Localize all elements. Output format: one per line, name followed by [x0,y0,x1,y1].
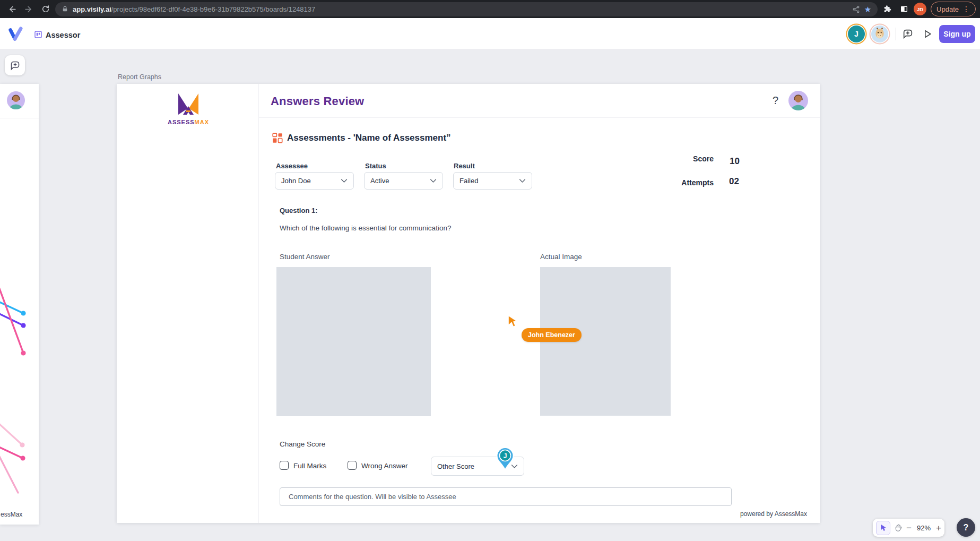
side-panel-icon[interactable] [897,2,912,16]
brand-secondary: MAX [195,119,209,125]
url-text: app.visily.ai/projects/98edf6f2-df0f-4e3… [73,5,848,13]
chevron-down-icon [341,178,348,183]
hand-tool-icon[interactable] [894,523,903,532]
status-select[interactable]: Active [364,172,443,190]
add-comment-icon[interactable] [902,28,914,40]
comment-pin[interactable]: J [495,446,516,471]
collaborator-cursor-icon [507,314,519,328]
reload-icon [41,5,50,13]
left-frame-chart [0,84,39,525]
design-canvas[interactable]: essMax Report Graphs ASSESSMAX Answers R… [0,50,980,541]
powered-by-footer: powered by AssessMax [740,510,807,518]
share-icon[interactable] [852,5,860,13]
assessmax-logo: ASSESSMAX [161,90,216,125]
chevron-down-icon [430,178,437,183]
student-answer-label: Student Answer [280,253,330,261]
active-user-avatar[interactable]: J [848,25,865,42]
header-user-avatar[interactable] [788,91,808,110]
zoom-level[interactable]: 92% [915,524,932,532]
question-label: Question 1: [280,207,318,214]
status-value: Active [370,177,389,185]
left-partial-frame[interactable]: essMax [0,84,39,525]
collaborator-avatar-giraffe[interactable] [871,25,888,42]
attempts-label: Attempts [671,178,714,187]
other-score-value: Other Score [437,462,474,470]
url-bar[interactable]: app.visily.ai/projects/98edf6f2-df0f-4e3… [55,2,878,16]
assessee-value: John Doe [281,177,311,185]
forward-button[interactable] [21,2,36,16]
comment-plus-icon [10,60,21,71]
cursor-name-text: John Ebenezer [528,331,575,339]
back-icon [7,5,16,14]
board-icon [34,30,42,39]
bookmark-star-icon[interactable]: ★ [864,5,871,13]
frame-label[interactable]: Report Graphs [118,73,161,81]
score-value: 10 [730,156,740,167]
chrome-update-button[interactable]: Update ⋮ [931,2,976,16]
lock-icon [62,5,68,13]
question-text: Which of the following is essential for … [280,224,451,232]
select-tool-button[interactable] [876,521,890,535]
actual-image-label: Actual Image [540,253,582,261]
section-title: Assessments - 'Name of Assessment” [287,133,451,143]
clipped-powered-by-text: essMax [1,511,22,518]
filter-label-status: Status [365,162,386,170]
assessee-select[interactable]: John Doe [275,172,354,190]
full-marks-checkbox[interactable] [280,461,289,470]
result-select[interactable]: Failed [453,172,532,190]
url-host: app.visily.ai [73,5,111,13]
browser-menu-dots-icon[interactable]: ⋮ [962,5,970,13]
browser-profile-avatar[interactable]: JD [914,3,926,15]
canvas-tool-pill: − 92% + [873,519,944,537]
update-label: Update [936,5,959,13]
collaborator-cursor-label: John Ebenezer [522,328,582,342]
logo-column-divider [258,84,259,523]
answers-review-frame[interactable]: ASSESSMAX Answers Review ? Assessments -… [117,84,820,523]
present-play-icon[interactable] [922,29,933,39]
browser-chrome: app.visily.ai/projects/98edf6f2-df0f-4e3… [0,0,980,18]
puzzle-glyph [883,5,891,13]
giraffe-icon [874,28,886,40]
comments-placeholder: Comments for the question. Will be visib… [289,493,456,501]
assessmax-m-icon [175,90,202,117]
side-panel-glyph [900,5,908,13]
comment-tool-button[interactable] [5,55,25,75]
url-path: /projects/98edf6f2-df0f-4e38-b9e6-31b798… [111,5,316,13]
attempts-value: 02 [729,176,739,187]
visily-logo-icon[interactable] [7,27,23,41]
forward-icon [24,5,33,14]
zoom-out-button[interactable]: − [906,523,912,533]
header-divider [259,117,820,118]
wrong-answer-checkbox[interactable] [348,461,357,470]
filter-label-assessee: Assessee [276,162,308,170]
app-toolbar: Assessor J Sign up [0,18,980,50]
zoom-in-button[interactable]: + [936,523,941,533]
comments-input[interactable]: Comments for the question. Will be visib… [280,487,732,506]
back-button[interactable] [4,2,19,16]
board-title[interactable]: Assessor [46,31,80,39]
page-title: Answers Review [271,95,364,108]
pin-initial: J [504,452,507,460]
extensions-puzzle-icon[interactable] [880,2,895,16]
chevron-down-icon [519,178,526,183]
cursor-tool-icon [880,524,887,532]
person-icon [788,91,808,110]
student-answer-image-placeholder [276,267,431,416]
full-marks-label: Full Marks [293,462,326,470]
score-label: Score [671,154,714,163]
signup-button[interactable]: Sign up [939,25,975,43]
assessments-grid-icon [272,133,283,143]
brand-primary: ASSESS [168,119,195,125]
result-value: Failed [459,177,478,185]
assessmax-wordmark: ASSESSMAX [161,119,216,125]
wrong-answer-label: Wrong Answer [361,462,408,470]
help-button[interactable]: ? [957,518,975,537]
reload-button[interactable] [38,2,53,16]
help-glyph-button[interactable]: ? [773,95,778,107]
filter-label-result: Result [454,162,475,170]
toolbar-divider [896,28,896,40]
change-score-label: Change Score [280,440,325,448]
